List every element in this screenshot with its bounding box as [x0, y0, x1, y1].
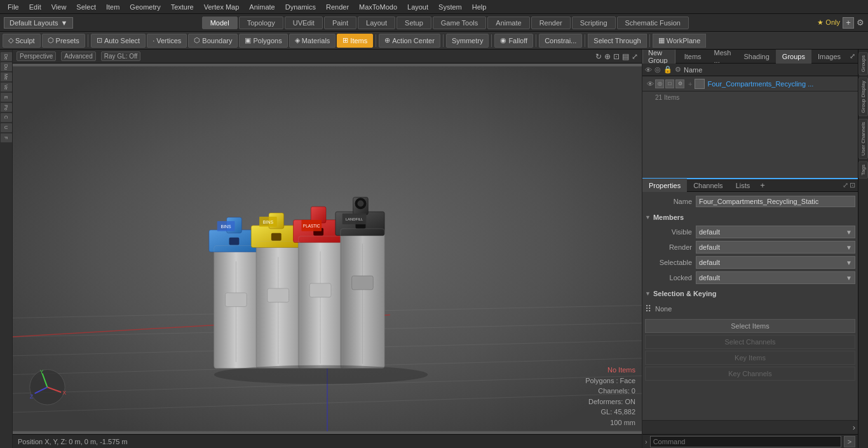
- members-section[interactable]: ▼ Members: [645, 211, 855, 224]
- tab-items[interactable]: Items: [678, 50, 708, 64]
- tab-groups[interactable]: Groups: [776, 50, 811, 64]
- select-items-button[interactable]: Select Items: [645, 319, 855, 333]
- left-tool-de[interactable]: De: [1, 52, 12, 61]
- tab-topology[interactable]: Topology: [239, 17, 283, 29]
- menu-select[interactable]: Select: [71, 3, 101, 11]
- side-tab-tags[interactable]: Tags: [858, 161, 868, 179]
- deformers-label: Deformers: ON: [585, 397, 635, 407]
- menu-texture[interactable]: Texture: [166, 3, 199, 11]
- group-icon-2[interactable]: □: [665, 79, 674, 88]
- materials-button[interactable]: ◈ Materials: [289, 34, 336, 48]
- command-input[interactable]: [650, 436, 841, 447]
- tab-setup[interactable]: Setup: [397, 17, 431, 29]
- menu-dynamics[interactable]: Dynamics: [280, 3, 321, 11]
- menu-help[interactable]: Help: [467, 3, 492, 11]
- boundary-button[interactable]: ⬡ Boundary: [188, 34, 238, 48]
- group-plus-icon[interactable]: +: [688, 80, 692, 88]
- side-tab-groups[interactable]: Groups: [858, 52, 868, 75]
- menu-maxtomodo[interactable]: MaxToModo: [354, 3, 402, 11]
- auto-select-button[interactable]: ⊡ Auto Select: [91, 34, 146, 48]
- menu-edit[interactable]: Edit: [24, 3, 46, 11]
- expand-props-icon[interactable]: ⤢: [843, 181, 848, 189]
- menu-system[interactable]: System: [433, 3, 467, 11]
- items-icon: ⊞: [342, 36, 348, 44]
- symmetry-button[interactable]: Symmetry: [446, 34, 489, 48]
- menu-file[interactable]: File: [3, 3, 24, 11]
- select-channels-button[interactable]: Select Channels: [645, 335, 855, 349]
- settings-icon[interactable]: ⚙: [857, 18, 864, 27]
- vertices-button[interactable]: · Vertices: [147, 34, 187, 48]
- tab-schematic-fusion[interactable]: Schematic Fusion: [617, 17, 689, 29]
- action-center-button[interactable]: ⊕ Action Center: [379, 34, 440, 48]
- expand-right-icon[interactable]: ›: [853, 423, 855, 432]
- viewport[interactable]: BINS BINS PLASTIC: [13, 64, 642, 434]
- default-layouts-dropdown[interactable]: Default Layouts ▼: [4, 17, 73, 29]
- tab-layout[interactable]: Layout: [358, 17, 395, 29]
- falloff-button[interactable]: ◉ Falloff: [494, 34, 533, 48]
- add-layout-button[interactable]: +: [843, 17, 854, 29]
- name-input[interactable]: [696, 196, 855, 207]
- key-items-button[interactable]: Key Items: [645, 351, 855, 365]
- add-tab-button[interactable]: +: [756, 180, 769, 190]
- tab-animate[interactable]: Animate: [487, 17, 529, 29]
- new-group-button[interactable]: New Group: [642, 50, 675, 65]
- locked-select[interactable]: default ▼: [696, 271, 855, 284]
- select-through-button[interactable]: Select Through: [588, 34, 646, 48]
- key-channels-button[interactable]: Key Channels: [645, 367, 855, 381]
- tab-model[interactable]: Model: [202, 17, 238, 29]
- group-icon-1[interactable]: ◎: [655, 79, 664, 88]
- left-tool-du[interactable]: Du: [1, 62, 12, 71]
- visible-select[interactable]: default ▼: [696, 226, 855, 238]
- side-tab-group-display[interactable]: Group Display: [858, 78, 868, 116]
- tab-channels[interactable]: Channels: [687, 179, 729, 193]
- menu-item[interactable]: Item: [101, 3, 125, 11]
- zoom-icon[interactable]: ⊕: [604, 52, 611, 61]
- tab-properties[interactable]: Properties: [642, 179, 687, 193]
- group-eye-icon[interactable]: 👁: [645, 80, 655, 88]
- menu-geometry[interactable]: Geometry: [125, 3, 165, 11]
- tab-shading[interactable]: Shading: [737, 50, 775, 64]
- tab-mesh[interactable]: Mesh ...: [708, 50, 738, 64]
- menu-animate[interactable]: Animate: [244, 3, 280, 11]
- left-tool-me[interactable]: Me: [1, 72, 12, 81]
- left-tool-ve[interactable]: Ve: [1, 83, 12, 92]
- fit-icon[interactable]: ⊡: [613, 52, 620, 61]
- menu-vertex-map[interactable]: Vertex Map: [199, 3, 245, 11]
- constraints-button[interactable]: Constrai...: [539, 34, 582, 48]
- menu-layout[interactable]: Layout: [402, 3, 433, 11]
- tab-render[interactable]: Render: [531, 17, 571, 29]
- perspective-button[interactable]: Perspective: [17, 51, 56, 61]
- tab-scripting[interactable]: Scripting: [572, 17, 616, 29]
- ray-gl-button[interactable]: Ray GL: Off: [101, 51, 141, 61]
- presets-button[interactable]: ⬡ Presets: [42, 34, 85, 48]
- tab-paint[interactable]: Paint: [324, 17, 356, 29]
- selectable-select[interactable]: default ▼: [696, 256, 855, 269]
- sel-keying-section[interactable]: ▼ Selection & Keying: [645, 287, 855, 300]
- left-tool-c[interactable]: C: [1, 113, 12, 122]
- tab-uvedit[interactable]: UVEdit: [285, 17, 323, 29]
- group-icon-3[interactable]: ⚙: [675, 79, 684, 88]
- rotate-icon[interactable]: ↻: [595, 52, 602, 61]
- left-tool-e[interactable]: E: [1, 93, 12, 102]
- side-tab-user-channels[interactable]: User Channels: [858, 119, 868, 159]
- command-execute-button[interactable]: >: [844, 436, 855, 447]
- tab-lists[interactable]: Lists: [729, 179, 757, 193]
- sculpt-button[interactable]: ◇ Sculpt: [3, 34, 41, 48]
- menu-view[interactable]: View: [46, 3, 72, 11]
- maximize-icon[interactable]: ⤢: [632, 52, 638, 61]
- view-options-icon[interactable]: ▤: [622, 52, 629, 61]
- tab-images[interactable]: Images: [811, 50, 847, 64]
- menu-render[interactable]: Render: [321, 3, 354, 11]
- expand-icon[interactable]: ⤢: [847, 52, 858, 60]
- left-tool-f[interactable]: F: [1, 133, 12, 142]
- tab-game-tools[interactable]: Game Tools: [433, 17, 487, 29]
- float-props-icon[interactable]: ⊡: [850, 181, 855, 189]
- polygons-button[interactable]: ▣ Polygons: [239, 34, 287, 48]
- advanced-button[interactable]: Advanced: [61, 51, 95, 61]
- items-button[interactable]: ⊞ Items: [337, 34, 373, 48]
- left-tool-u[interactable]: U: [1, 123, 12, 132]
- group-list-item[interactable]: 👁 ◎ □ ⚙ + Four_Compartments_Recycling ..…: [642, 76, 858, 92]
- left-tool-po[interactable]: Po: [1, 103, 12, 112]
- work-plane-button[interactable]: ▦ WorkPlane: [653, 34, 707, 48]
- render-select[interactable]: default ▼: [696, 241, 855, 254]
